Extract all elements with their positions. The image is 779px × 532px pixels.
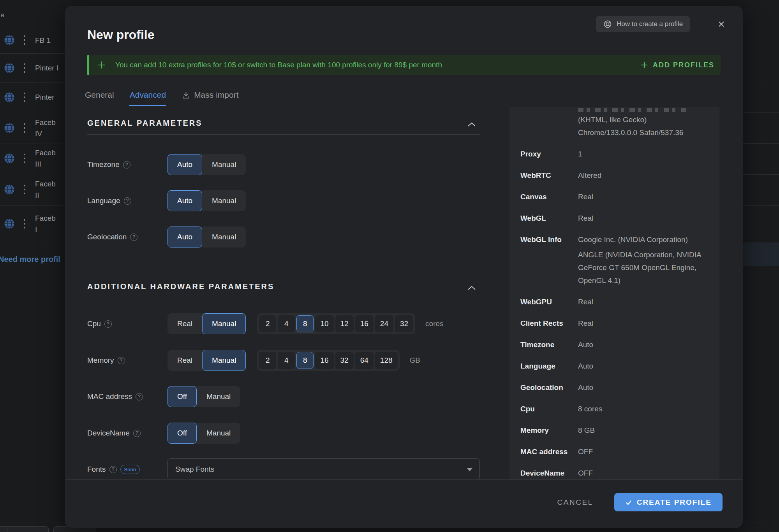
kebab-menu-icon[interactable]	[23, 92, 26, 102]
device-name-row: DeviceName Off Manual	[87, 423, 240, 444]
language-auto-option[interactable]: Auto	[167, 190, 202, 211]
cpu-manual-option[interactable]: Manual	[202, 313, 246, 334]
summary-row-proxy: Proxy 1	[520, 147, 710, 160]
device-name-toggle: Off Manual	[167, 423, 240, 444]
memory-gb-128[interactable]: 128	[375, 352, 398, 369]
help-circle-icon[interactable]	[118, 357, 125, 364]
memory-gb-16[interactable]: 16	[315, 352, 333, 369]
mac-address-label: MAC address	[87, 392, 132, 401]
timezone-manual-option[interactable]: Manual	[202, 154, 246, 175]
geolocation-auto-option[interactable]: Auto	[167, 226, 202, 248]
timezone-auto-option[interactable]: Auto	[167, 154, 202, 175]
help-circle-icon[interactable]	[123, 161, 130, 169]
kebab-menu-icon[interactable]	[23, 63, 26, 73]
cpu-cores-2[interactable]: 2	[259, 315, 276, 332]
kebab-menu-icon[interactable]	[23, 35, 26, 45]
memory-gb-64[interactable]: 64	[355, 352, 374, 369]
profile-row[interactable]: Faceb IV	[0, 112, 65, 144]
kebab-menu-icon[interactable]	[23, 123, 26, 133]
mac-address-off-option[interactable]: Off	[167, 386, 197, 407]
profile-name: Pinter I	[35, 62, 59, 74]
language-manual-option[interactable]: Manual	[202, 190, 246, 211]
plus-icon	[97, 60, 107, 70]
memory-gb-4[interactable]: 4	[278, 352, 295, 369]
geolocation-manual-option[interactable]: Manual	[202, 226, 246, 248]
cpu-cores-16[interactable]: 16	[355, 315, 374, 332]
upsell-banner: You can add 10 extra profiles for 10$ or…	[87, 55, 721, 75]
help-circle-icon[interactable]	[133, 430, 141, 437]
cpu-cores-8[interactable]: 8	[296, 315, 314, 332]
memory-real-option[interactable]: Real	[167, 350, 202, 371]
close-icon[interactable]	[716, 19, 726, 29]
dialog-footer: CANCEL CREATE PROFILE	[65, 479, 743, 528]
memory-gb-2[interactable]: 2	[259, 352, 276, 369]
summary-row-webrtc: WebRTC Altered	[520, 169, 710, 182]
kebab-menu-icon[interactable]	[23, 153, 26, 163]
geolocation-label: Geolocation	[87, 233, 127, 241]
summary-row-webgl-info: WebGL Info Google Inc. (NVIDIA Corporati…	[520, 233, 710, 287]
globe-icon	[3, 34, 16, 46]
help-circle-icon[interactable]	[130, 234, 137, 241]
profile-name: Faceb II	[35, 178, 59, 201]
profile-row[interactable]: FB 1	[0, 27, 65, 54]
fonts-row: Fonts Soon Swap Fonts	[87, 458, 480, 480]
summary-row-mac-address: MAC address OFF	[520, 445, 710, 458]
how-to-create-profile-button[interactable]: How to create a profile	[596, 16, 690, 32]
profile-name: Pinter	[35, 91, 59, 103]
cpu-real-option[interactable]: Real	[167, 313, 202, 334]
dialog-tabs: General Advanced Mass import	[65, 85, 743, 106]
help-circle-icon[interactable]	[109, 466, 117, 473]
help-circle-icon[interactable]	[136, 393, 143, 400]
summary-row-language: Language Auto	[520, 360, 710, 372]
profile-row[interactable]: Faceb II	[0, 173, 65, 206]
cpu-cores-24[interactable]: 24	[375, 315, 393, 332]
profiles-table-header-fragment: e	[1, 12, 4, 19]
cancel-button[interactable]: CANCEL	[552, 494, 599, 511]
collapse-hardware-chevron-up-icon[interactable]	[466, 284, 477, 292]
swap-fonts-dropdown[interactable]: Swap Fonts	[167, 458, 480, 480]
timezone-toggle: Auto Manual	[167, 154, 246, 175]
device-name-label: DeviceName	[87, 429, 130, 437]
pagination-button[interactable]	[7, 526, 49, 532]
need-more-profiles-link[interactable]: Need more profil	[0, 255, 60, 264]
download-icon	[182, 91, 190, 100]
cpu-cores-32[interactable]: 32	[395, 315, 413, 332]
summary-row-webgl: WebGL Real	[520, 212, 710, 225]
globe-icon	[3, 122, 16, 134]
profile-row[interactable]: Faceb III	[0, 144, 65, 173]
banner-accent-bar	[87, 55, 89, 75]
collapse-general-chevron-up-icon[interactable]	[466, 121, 477, 129]
globe-icon	[3, 218, 16, 230]
memory-size-options: 2 4 8 16 32 64 128	[257, 350, 399, 371]
profile-row[interactable]: Faceb I	[0, 206, 65, 242]
add-profiles-button[interactable]: ADD PROFILES	[640, 61, 714, 69]
timezone-row: Timezone Auto Manual	[87, 154, 246, 175]
device-name-manual-option[interactable]: Manual	[197, 423, 240, 444]
memory-gb-32[interactable]: 32	[335, 352, 354, 369]
cpu-cores-4[interactable]: 4	[278, 315, 295, 332]
kebab-menu-icon[interactable]	[23, 184, 26, 195]
divider	[87, 134, 480, 135]
cpu-row: Cpu Real Manual 2 4 8 10 12 16 24 32 cor…	[87, 313, 444, 334]
device-name-off-option[interactable]: Off	[167, 423, 197, 444]
cpu-cores-12[interactable]: 12	[335, 315, 354, 332]
tab-general[interactable]: General	[85, 85, 115, 106]
tab-advanced[interactable]: Advanced	[129, 85, 166, 106]
swap-fonts-value: Swap Fonts	[175, 465, 214, 474]
plus-icon	[640, 61, 648, 69]
general-parameters-heading: GENERAL PARAMETERS	[87, 119, 203, 128]
memory-manual-option[interactable]: Manual	[202, 350, 246, 371]
kebab-menu-icon[interactable]	[23, 219, 26, 229]
summary-row-cpu: Cpu 8 cores	[520, 402, 710, 415]
help-circle-icon[interactable]	[104, 320, 112, 328]
profile-row[interactable]: Pinter	[0, 83, 65, 112]
mac-address-manual-option[interactable]: Manual	[197, 386, 240, 407]
help-button-label: How to create a profile	[617, 20, 683, 28]
profile-row[interactable]: Pinter I	[0, 54, 65, 83]
memory-gb-8[interactable]: 8	[296, 352, 314, 369]
help-circle-icon[interactable]	[124, 197, 131, 205]
geolocation-toggle: Auto Manual	[167, 226, 246, 248]
create-profile-button[interactable]: CREATE PROFILE	[614, 493, 723, 511]
tab-mass-import[interactable]: Mass import	[181, 85, 239, 106]
cpu-cores-10[interactable]: 10	[315, 315, 333, 332]
